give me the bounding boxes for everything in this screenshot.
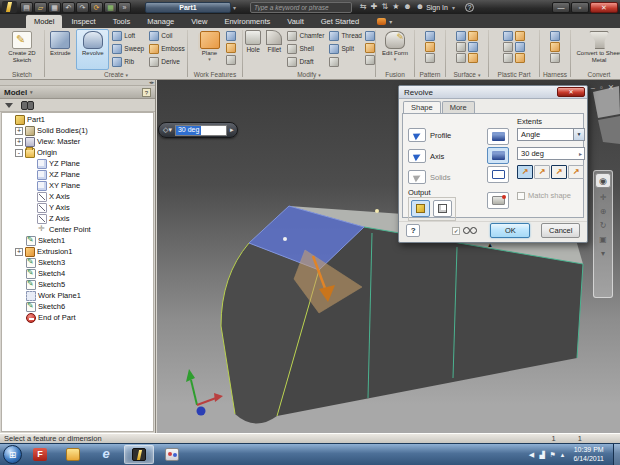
close-button[interactable]: ✕ [590, 2, 618, 13]
derive-button[interactable]: Derive [147, 55, 186, 68]
sculpt-icon[interactable] [456, 42, 466, 52]
tree-item-part1[interactable]: Part1 [2, 114, 153, 125]
browser-header[interactable]: Model ▾ ? [0, 86, 155, 99]
bend-part-button[interactable] [327, 55, 364, 68]
tab-model[interactable]: Model [26, 15, 62, 28]
ucs-icon[interactable] [226, 55, 236, 65]
boss-icon[interactable] [515, 31, 525, 41]
cable-icon[interactable] [550, 31, 560, 41]
tree-item-y-axis[interactable]: Y Axis [2, 202, 153, 213]
emboss-button[interactable]: Emboss [147, 42, 186, 55]
fillet-button[interactable]: Fillet [264, 29, 284, 54]
replace-face-icon[interactable] [468, 53, 478, 63]
coil-button[interactable]: Coil [147, 29, 186, 42]
network-icon[interactable]: ▟ [539, 451, 544, 459]
tab-view[interactable]: View [183, 15, 215, 28]
dialog-help-button[interactable]: ? [406, 224, 420, 237]
open-icon[interactable] [34, 2, 47, 13]
redo-icon[interactable] [76, 2, 89, 13]
thread-button[interactable]: Thread [327, 29, 364, 42]
new-icon[interactable] [20, 2, 33, 13]
collapse-icon[interactable]: - [15, 149, 23, 157]
expand-icon[interactable]: + [15, 138, 23, 146]
tree-item-z-axis[interactable]: Z Axis [2, 213, 153, 224]
minimize-button[interactable]: — [552, 2, 570, 13]
orbit-icon[interactable]: ↻ [600, 221, 607, 230]
group-label-create[interactable]: Create▾ [45, 70, 187, 79]
trim-icon[interactable] [468, 42, 478, 52]
sweep-button[interactable]: Sweep [110, 42, 146, 55]
tree-item-xy-plane[interactable]: XY Plane [2, 180, 153, 191]
output-surface-button[interactable] [433, 200, 452, 217]
favorites-icon[interactable]: ★ [392, 2, 399, 12]
browser-scrollbar[interactable] [0, 80, 155, 86]
angle-mini-input[interactable]: 30 deg [175, 125, 227, 136]
undo-icon[interactable] [62, 2, 75, 13]
split-button[interactable]: Split [327, 42, 364, 55]
save-icon[interactable] [48, 2, 61, 13]
preview-checkbox[interactable]: ✓ [452, 227, 460, 235]
action-center-icon[interactable]: ⚑ [550, 451, 556, 459]
inventor-taskbar-button[interactable] [124, 445, 154, 464]
group-label-sketch[interactable]: Sketch [0, 70, 44, 79]
circular-pattern-icon[interactable] [425, 42, 435, 52]
tree-item-sketch1[interactable]: Sketch1 [2, 235, 153, 246]
grill-icon[interactable] [503, 31, 513, 41]
rest-icon[interactable] [503, 42, 513, 52]
tree-item-sketch6[interactable]: Sketch6 [2, 301, 153, 312]
rib-button[interactable]: Rib [110, 55, 146, 68]
start-orb[interactable]: ⊞ [3, 445, 22, 464]
tree-item-end-of-part[interactable]: End of Part [2, 312, 153, 323]
group-label-convert[interactable]: Convert [571, 70, 620, 79]
community-icon[interactable]: ⇆ [360, 2, 367, 12]
pan-icon[interactable]: ✛ [600, 193, 607, 202]
viewcube-face[interactable] [598, 116, 620, 144]
group-label-modify[interactable]: Modify▾ [243, 70, 375, 79]
direction-4-button[interactable]: ↗ [568, 165, 584, 179]
shell-button[interactable]: Shell [285, 42, 326, 55]
mini-toolbar-apply-icon[interactable]: ▸ [230, 126, 234, 134]
find-icon[interactable] [21, 101, 33, 109]
filter-icon[interactable] [5, 103, 13, 108]
angle-input[interactable]: 30 deg ▸ [517, 147, 585, 160]
cut-button[interactable] [487, 147, 509, 164]
edit-form-button[interactable]: Edit Form ▾ [378, 29, 412, 70]
tab-inspect[interactable]: Inspect [63, 15, 103, 28]
expand-icon[interactable]: + [15, 248, 23, 256]
help-icon[interactable]: ? [465, 3, 474, 12]
loft-button[interactable]: Loft [110, 29, 146, 42]
more-icon[interactable] [118, 2, 131, 13]
doc-close-icon[interactable]: ✕ [608, 83, 614, 92]
profile-icon[interactable]: ☻ [403, 2, 411, 12]
graphics-viewport[interactable]: ‒ ▫ ✕ ◇▾ 30 deg ▸ ◉✛⊕↻▣▾ ▲ Revolve ✕ Sha… [157, 80, 620, 433]
output-solid-button[interactable] [411, 200, 430, 217]
search-input[interactable] [250, 2, 352, 13]
chamfer-button[interactable]: Chamfer [285, 29, 326, 42]
tree-item-sketch4[interactable]: Sketch4 [2, 268, 153, 279]
move-face-icon[interactable] [365, 31, 375, 41]
segment-icon[interactable] [550, 53, 560, 63]
tree-item-yz-plane[interactable]: YZ Plane [2, 158, 153, 169]
tree-item-sketch5[interactable]: Sketch5 [2, 279, 153, 290]
move-bodies-icon[interactable] [365, 55, 375, 65]
chevron-down-icon[interactable]: ▾ [601, 249, 605, 258]
doc-restore-icon[interactable]: ▫ [600, 83, 603, 92]
axis-icon[interactable] [226, 31, 236, 41]
copy-object-icon[interactable] [365, 43, 375, 53]
direction-3-button[interactable]: ↗ [551, 165, 567, 179]
axis-select-button[interactable] [408, 149, 426, 163]
tree-item-x-axis[interactable]: X Axis [2, 191, 153, 202]
expand-icon[interactable]: + [15, 127, 23, 135]
inventor-app-button[interactable] [2, 1, 17, 13]
group-label-harness[interactable]: Harness [540, 70, 570, 79]
mirror-icon[interactable] [425, 53, 435, 63]
ok-button[interactable]: OK [490, 223, 530, 238]
extrude-button[interactable]: Extrude [45, 29, 75, 70]
tree-item-solid-bodies-1[interactable]: +Solid Bodies(1) [2, 125, 153, 136]
revolve-button[interactable]: Revolve [76, 29, 109, 70]
match-shape-checkbox[interactable] [517, 192, 525, 200]
table-icon[interactable] [104, 2, 117, 13]
show-desktop-button[interactable] [613, 444, 620, 465]
dialog-title-bar[interactable]: Revolve ✕ [399, 86, 587, 99]
patch-icon[interactable] [468, 31, 478, 41]
